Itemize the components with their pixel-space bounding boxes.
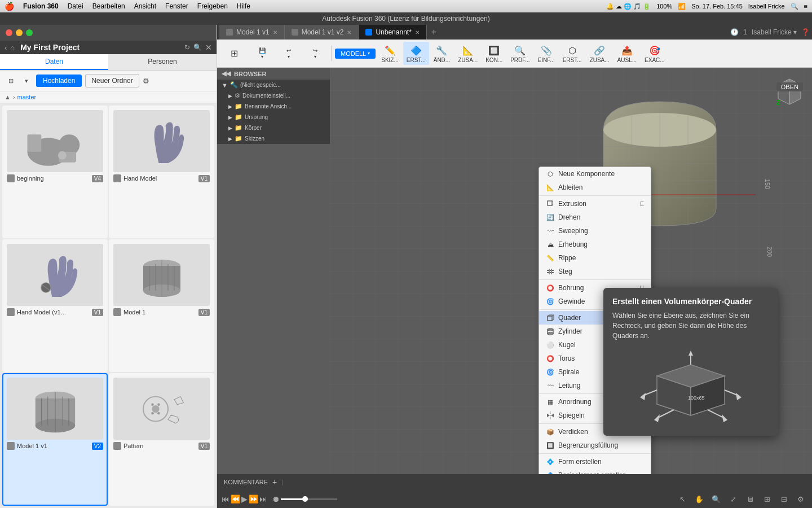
panel-search-icon[interactable]: 🔍 bbox=[193, 43, 202, 51]
nav-home-icon[interactable]: ⌂ bbox=[10, 43, 15, 52]
menubar-search[interactable]: 🔍 bbox=[791, 3, 798, 10]
play-end-icon[interactable]: ⏭ bbox=[259, 494, 267, 503]
minimize-button[interactable] bbox=[16, 29, 23, 36]
grid-view-toolbar[interactable]: ⊞ bbox=[222, 45, 247, 62]
redo-dropdown[interactable]: ↪ ▾ bbox=[302, 46, 328, 61]
tab-personen[interactable]: Personen bbox=[108, 54, 217, 70]
grid-settings-icon[interactable]: ⊟ bbox=[777, 492, 791, 506]
menu-item-basiselement[interactable]: 🔷 Basiselement erstellen bbox=[539, 468, 651, 474]
tab-unbenannt[interactable]: Unbenannt* ✕ bbox=[359, 25, 426, 40]
tab-close-1[interactable]: ✕ bbox=[273, 29, 277, 36]
menu-item-sweeping[interactable]: 〰 Sweeping bbox=[539, 224, 651, 238]
navigate-icon[interactable]: ↖ bbox=[676, 492, 689, 506]
play-next-icon[interactable]: ⏩ bbox=[249, 494, 258, 503]
file-item-beginning[interactable]: beginning V4 bbox=[2, 106, 108, 238]
undo-dropdown[interactable]: ↩ ▾ bbox=[276, 46, 301, 61]
menu-item-neue-komponente[interactable]: ⬡ Neue Komponente bbox=[539, 167, 651, 181]
menubar-notif[interactable]: ≡ bbox=[804, 3, 807, 10]
play-start-icon[interactable]: ⏮ bbox=[222, 494, 230, 503]
browser-item-origin[interactable]: ▶ 📁 Ursprung bbox=[217, 112, 330, 122]
timeline-bar[interactable] bbox=[281, 498, 337, 500]
menubar-user[interactable]: Isabell Fricke bbox=[748, 3, 785, 10]
new-folder-button[interactable]: Neuer Ordner bbox=[85, 74, 139, 87]
settings-icon[interactable]: ⚙ bbox=[143, 77, 149, 85]
grid-view-icon[interactable]: ⊞ bbox=[5, 75, 17, 87]
zoom-icon[interactable]: 🔍 bbox=[709, 492, 723, 506]
menu-item-rippe[interactable]: 📏 Rippe bbox=[539, 251, 651, 265]
timeline-thumb[interactable] bbox=[302, 496, 308, 502]
model-mode-button[interactable]: MODELL ▾ bbox=[335, 49, 376, 59]
browser-item-views[interactable]: ▶ 📁 Benannte Ansich... bbox=[217, 101, 330, 112]
tab-model1v1v2[interactable]: Model 1 v1 v2 ✕ bbox=[285, 25, 359, 40]
menu-fenster[interactable]: Fenster bbox=[165, 2, 188, 10]
toolbar-erst[interactable]: 🔷 ERST... bbox=[403, 42, 429, 65]
toolbar-kon[interactable]: 🔲 KON... bbox=[482, 42, 506, 65]
file-item-hand-model-v1[interactable]: Hand Model (v1... V1 bbox=[2, 239, 108, 372]
toolbar-erst2[interactable]: ⬡ ERST... bbox=[559, 42, 585, 65]
browser-collapse-icon[interactable]: ◀◀ bbox=[222, 70, 231, 77]
display-icon[interactable]: 🖥 bbox=[743, 492, 757, 506]
comments-add-icon[interactable]: + bbox=[272, 478, 277, 487]
pan-icon[interactable]: ✋ bbox=[692, 492, 706, 506]
grid-icon: ⊞ bbox=[228, 47, 241, 60]
menu-item-extrusion[interactable]: Extrusion E bbox=[539, 197, 651, 211]
browser-item-bodies[interactable]: ▶ 📁 Körper bbox=[217, 122, 330, 133]
toolbar-pruf[interactable]: 🔍 PRÜF... bbox=[507, 42, 533, 65]
toolbar-ausl[interactable]: 📤 AUSL... bbox=[614, 42, 640, 65]
upload-button[interactable]: Hochladen bbox=[36, 75, 82, 87]
toolbar-and[interactable]: 🔧 ÄND... bbox=[430, 42, 453, 65]
play-icon[interactable]: ▶ bbox=[241, 494, 248, 503]
orient-cube-container[interactable]: OBEN bbox=[773, 73, 806, 109]
browser-item-sketches[interactable]: ▶ 📁 Skizzen bbox=[217, 133, 330, 144]
tab-daten[interactable]: Daten bbox=[0, 54, 108, 70]
menu-hilfe[interactable]: Hilfe bbox=[237, 2, 250, 10]
play-prev-icon[interactable]: ⏪ bbox=[231, 494, 240, 503]
breadcrumb-branch[interactable]: master bbox=[17, 94, 37, 100]
add-tab-button[interactable]: + bbox=[427, 25, 441, 40]
browser-item-doc[interactable]: ▼ 🔦 (Nicht gespeic... bbox=[217, 80, 330, 90]
menu-item-erhebung[interactable]: ⛰ Erhebung bbox=[539, 238, 651, 251]
file-item-pattern[interactable]: Pattern V1 bbox=[109, 373, 214, 506]
close-panel-icon[interactable]: ✕ bbox=[205, 43, 212, 52]
toolbar-zusa[interactable]: 📐 ZUSA... bbox=[454, 42, 481, 65]
menu-ansicht[interactable]: Ansicht bbox=[134, 2, 156, 10]
tab-close-3[interactable]: ✕ bbox=[415, 29, 420, 36]
nav-back-icon[interactable]: ‹ bbox=[5, 43, 7, 52]
tab-help-icon[interactable]: ❓ bbox=[801, 28, 810, 36]
maximize-button[interactable] bbox=[26, 29, 33, 36]
close-button[interactable] bbox=[6, 29, 12, 36]
toolbar-einf[interactable]: 📎 EINF... bbox=[535, 42, 558, 65]
toolbar-exac[interactable]: 🎯 EXAC... bbox=[641, 42, 668, 65]
menu-item-begrenzungsfuellung[interactable]: 🔲 Begrenzungsfüllung bbox=[539, 439, 651, 452]
toolbar-skiz[interactable]: ✏️ SKIZ... bbox=[378, 42, 402, 65]
tab-model1v1[interactable]: Model 1 v1 ✕ bbox=[219, 25, 285, 40]
zoom-fit-icon[interactable]: ⤢ bbox=[726, 492, 740, 506]
menu-item-form-erstellen[interactable]: 💠 Form erstellen bbox=[539, 455, 651, 468]
menu-fusion[interactable]: Fusion 360 bbox=[23, 2, 59, 10]
apple-menu[interactable]: 🍎 bbox=[5, 2, 14, 11]
file-item-hand-model[interactable]: Hand Model V1 bbox=[109, 106, 214, 238]
browser-item-settings[interactable]: ▶ ⚙ Dokumenteinstell... bbox=[217, 90, 330, 101]
grid-display-icon[interactable]: ⊞ bbox=[760, 492, 774, 506]
sync-icon[interactable]: ↻ bbox=[184, 43, 190, 51]
list-view-icon[interactable]: ▾ bbox=[20, 75, 33, 87]
traffic-lights bbox=[6, 29, 33, 36]
file-item-model1-v1[interactable]: Model 1 v1 V2 bbox=[2, 373, 108, 506]
tab-close-2[interactable]: ✕ bbox=[347, 29, 351, 36]
toolbar-zusa2[interactable]: 🔗 ZUSA... bbox=[586, 42, 613, 65]
bottom-settings-icon[interactable]: ⚙ bbox=[794, 492, 807, 506]
menu-datei[interactable]: Datei bbox=[68, 2, 83, 10]
file-item-model1[interactable]: Model 1 V1 bbox=[109, 239, 214, 372]
tab-user[interactable]: Isabell Fricke ▾ bbox=[752, 28, 797, 36]
menu-item-ableiten[interactable]: 📐 Ableiten bbox=[539, 181, 651, 194]
timeline-record-icon[interactable]: ⏺ bbox=[272, 494, 280, 503]
menu-item-steg[interactable]: Steg bbox=[539, 265, 651, 278]
svg-rect-50 bbox=[551, 269, 552, 274]
menu-item-drehen[interactable]: 🔄 Drehen bbox=[539, 211, 651, 224]
menu-freigeben[interactable]: Freigeben bbox=[197, 2, 228, 10]
scale-150: 150 bbox=[764, 179, 771, 189]
menu-bearbeiten[interactable]: Bearbeiten bbox=[92, 2, 125, 10]
comments-divider: | bbox=[281, 479, 283, 485]
save-dropdown[interactable]: 💾 ▾ bbox=[249, 46, 275, 61]
canvas-area[interactable]: ◀◀ BROWSER ▼ 🔦 (Nicht gespeic... ▶ ⚙ Dok… bbox=[217, 68, 812, 474]
